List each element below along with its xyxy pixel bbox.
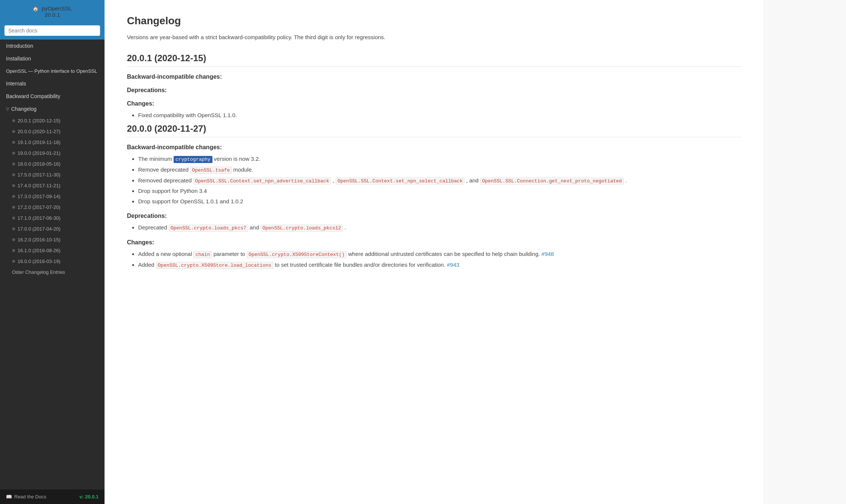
- nav-items: Introduction Installation OpenSSL — Pyth…: [0, 40, 105, 103]
- section-title-v20-0-1: 20.0.1 (2020-12-15): [127, 53, 741, 67]
- changelog-entry-label-0: 20.0.1 (2020-12-15): [18, 118, 60, 123]
- sidebar-header: 🏠 pyOpenSSL 20.0.1: [0, 0, 105, 22]
- sections-container: 20.0.1 (2020-12-15)Backward-incompatible…: [127, 53, 741, 270]
- changelog-entry-12[interactable]: ⊕16.1.0 (2016-08-26): [0, 245, 105, 256]
- changelog-entry-9[interactable]: ⊕17.1.0 (2017-06-30): [0, 213, 105, 223]
- code-snippet: OpenSSL.SSL.Connection.get_next_proto_ne…: [480, 178, 623, 185]
- change-list: Deprecated OpenSSL.crypto.loads_pkcs7 an…: [127, 223, 741, 232]
- sidebar-item-backward-compat[interactable]: Backward Compatibility: [0, 90, 105, 103]
- code-snippet: OpenSSL.tsafe: [190, 167, 231, 174]
- subsection-title: Changes:: [127, 239, 741, 246]
- section-v20-0-0: 20.0.0 (2020-11-27)Backward-incompatible…: [127, 123, 741, 270]
- expand-icon-4: ⊕: [12, 162, 15, 166]
- expand-icon-2: ⊕: [12, 140, 15, 145]
- changelog-entry-6[interactable]: ⊕17.4.0 (2017-11-21): [0, 180, 105, 191]
- main-wrap: Changelog Versions are year-based with a…: [105, 0, 846, 504]
- subsection-title: Deprecations:: [127, 213, 741, 219]
- list-item: Removed deprecated OpenSSL.SSL.Context.s…: [138, 176, 741, 185]
- changelog-entry-0[interactable]: ⊕20.0.1 (2020-12-15): [0, 115, 105, 126]
- changelog-section: ▽ Changelog ⊕20.0.1 (2020-12-15)⊕20.0.0 …: [0, 103, 105, 278]
- changelog-entry-11[interactable]: ⊕16.2.0 (2016-10-15): [0, 234, 105, 245]
- subsection-title: Backward-incompatible changes:: [127, 144, 741, 151]
- changelog-entry-label-13: 16.0.0 (2016-03-19): [18, 259, 60, 264]
- changelog-entry-label-8: 17.2.0 (2017-07-20): [18, 204, 60, 210]
- site-title-row: 🏠 pyOpenSSL: [6, 5, 99, 12]
- changelog-entry-label-5: 17.5.0 (2017-11-30): [18, 172, 60, 178]
- list-item: Drop support for Python 3.4: [138, 187, 741, 195]
- list-item: Remove deprecated OpenSSL.tsafe module.: [138, 165, 741, 175]
- changelog-entry-label-12: 16.1.0 (2016-08-26): [18, 248, 60, 253]
- sidebar: 🏠 pyOpenSSL 20.0.1 Introduction Installa…: [0, 0, 105, 504]
- changelog-entries: ⊕20.0.1 (2020-12-15)⊕20.0.0 (2020-11-27)…: [0, 115, 105, 267]
- changelog-entry-1[interactable]: ⊕20.0.0 (2020-11-27): [0, 126, 105, 137]
- code-snippet: OpenSSL.crypto.loads_pkcs7: [169, 225, 248, 232]
- expand-icon-1: ⊕: [12, 129, 15, 134]
- expand-icon-5: ⊕: [12, 172, 15, 177]
- change-list: Fixed compatibility with OpenSSL 1.1.0.: [127, 111, 741, 120]
- changelog-entry-label-10: 17.0.0 (2017-04-20): [18, 226, 60, 232]
- section-v20-0-1: 20.0.1 (2020-12-15)Backward-incompatible…: [127, 53, 741, 120]
- changelog-entry-label-1: 20.0.0 (2020-11-27): [18, 129, 60, 134]
- code-snippet: OpenSSL.SSL.Context.set_npn_advertise_ca…: [193, 178, 331, 185]
- rtd-label-wrap: 📖 Read the Docs: [6, 494, 46, 500]
- changelog-entry-label-4: 18.0.0 (2018-05-16): [18, 161, 60, 167]
- intro-text: Versions are year-based with a strict ba…: [127, 33, 741, 42]
- changelog-entry-7[interactable]: ⊕17.3.0 (2017-09-14): [0, 191, 105, 202]
- sidebar-item-internals[interactable]: Internals: [0, 77, 105, 90]
- expand-icon-0: ⊕: [12, 118, 15, 123]
- sidebar-item-openssl-interface[interactable]: OpenSSL — Python interface to OpenSSL: [0, 65, 105, 77]
- expand-icon-8: ⊕: [12, 205, 15, 210]
- subsection-title: Backward-incompatible changes:: [127, 73, 741, 80]
- expand-icon-12: ⊕: [12, 248, 15, 253]
- code-snippet: OpenSSL.SSL.Context.set_npn_select_callb…: [336, 178, 464, 185]
- expand-icon-10: ⊕: [12, 226, 15, 231]
- changelog-entry-13[interactable]: ⊕16.0.0 (2016-03-19): [0, 256, 105, 267]
- sidebar-item-older-entries[interactable]: Older Changelog Entries: [0, 267, 105, 278]
- change-list: Added a new optional chain parameter to …: [127, 250, 741, 270]
- main-content: Changelog Versions are year-based with a…: [105, 0, 764, 504]
- page-title: Changelog: [127, 15, 741, 27]
- changelog-entry-8[interactable]: ⊕17.2.0 (2017-07-20): [0, 202, 105, 213]
- house-icon: 🏠: [32, 6, 38, 12]
- changelog-entry-label-7: 17.3.0 (2017-09-14): [18, 194, 60, 199]
- sidebar-item-installation[interactable]: Installation: [0, 52, 105, 65]
- changelog-entry-3[interactable]: ⊕19.0.0 (2019-01-21): [0, 148, 105, 159]
- collapse-icon: ▽: [6, 107, 9, 112]
- doc-link[interactable]: #943: [447, 262, 459, 268]
- changelog-header[interactable]: ▽ Changelog: [0, 103, 105, 115]
- older-entries-label: Older Changelog Entries: [12, 269, 65, 275]
- changelog-entry-label-2: 19.1.0 (2019-11-18): [18, 140, 60, 145]
- changelog-entry-10[interactable]: ⊕17.0.0 (2017-04-20): [0, 223, 105, 234]
- code-snippet: cryptography: [174, 156, 212, 163]
- sidebar-title[interactable]: pyOpenSSL: [42, 5, 72, 12]
- sidebar-footer: 📖 Read the Docs v: 20.0.1: [0, 489, 105, 504]
- sidebar-version: 20.0.1: [6, 12, 99, 18]
- changelog-label: Changelog: [11, 106, 37, 112]
- list-item: The minimum cryptography version is now …: [138, 154, 741, 164]
- list-item: Added a new optional chain parameter to …: [138, 250, 741, 259]
- change-list: The minimum cryptography version is now …: [127, 154, 741, 206]
- changelog-entry-5[interactable]: ⊕17.5.0 (2017-11-30): [0, 169, 105, 180]
- footer-version: v: 20.0.1: [80, 494, 99, 500]
- section-title-v20-0-0: 20.0.0 (2020-11-27): [127, 123, 741, 137]
- sidebar-item-introduction[interactable]: Introduction: [0, 40, 105, 52]
- expand-icon-7: ⊕: [12, 194, 15, 199]
- changelog-entry-4[interactable]: ⊕18.0.0 (2018-05-16): [0, 159, 105, 169]
- search-input[interactable]: [4, 25, 100, 36]
- changelog-entry-label-3: 19.0.0 (2019-01-21): [18, 150, 60, 156]
- changelog-entry-2[interactable]: ⊕19.1.0 (2019-11-18): [0, 137, 105, 148]
- code-snippet: OpenSSL.crypto.loads_pkcs12: [261, 225, 343, 232]
- doc-link[interactable]: #948: [541, 251, 554, 257]
- subsection-title: Deprecations:: [127, 87, 741, 94]
- code-snippet: OpenSSL.crypto.X509Store.load_locations: [156, 262, 273, 269]
- subsection-title: Changes:: [127, 100, 741, 107]
- changelog-entry-label-6: 17.4.0 (2017-11-21): [18, 183, 60, 188]
- expand-icon-6: ⊕: [12, 183, 15, 188]
- list-item: Drop support for OpenSSL 1.0.1 and 1.0.2: [138, 197, 741, 206]
- expand-icon-3: ⊕: [12, 151, 15, 156]
- list-item: Fixed compatibility with OpenSSL 1.1.0.: [138, 111, 741, 120]
- expand-icon-11: ⊕: [12, 237, 15, 242]
- changelog-entry-label-11: 16.2.0 (2016-10-15): [18, 237, 60, 242]
- rtd-label: Read the Docs: [14, 494, 46, 500]
- book-icon: 📖: [6, 494, 12, 500]
